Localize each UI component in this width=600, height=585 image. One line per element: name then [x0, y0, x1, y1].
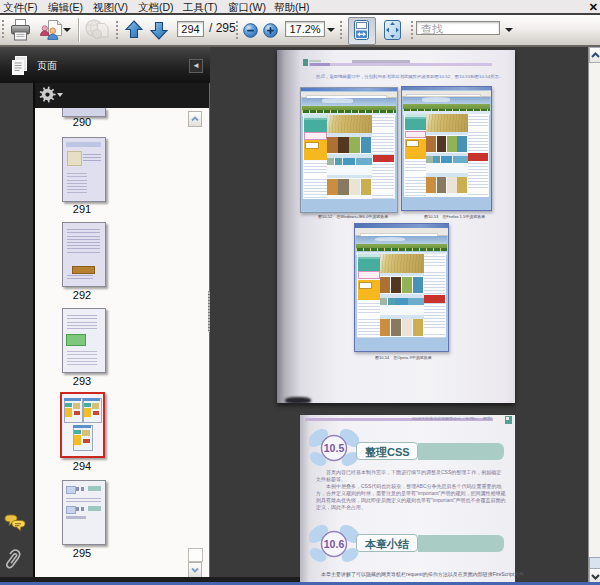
svg-text:10.5: 10.5	[324, 442, 345, 454]
svg-text:10.6: 10.6	[324, 538, 345, 550]
